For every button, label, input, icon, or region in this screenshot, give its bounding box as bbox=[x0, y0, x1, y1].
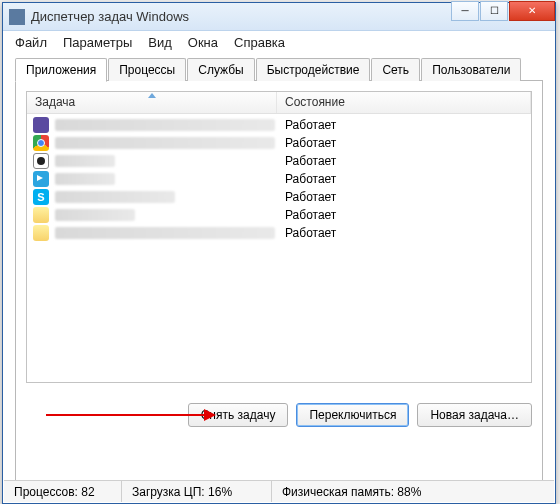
action-row: Снять задачу Переключиться Новая задача… bbox=[26, 403, 532, 427]
arrow-line bbox=[46, 414, 204, 416]
menu-bar: Файл Параметры Вид Окна Справка bbox=[3, 31, 555, 53]
task-name-blurred bbox=[55, 209, 135, 221]
tab-processes[interactable]: Процессы bbox=[108, 58, 186, 81]
menu-view[interactable]: Вид bbox=[140, 33, 180, 52]
status-processes: Процессов: 82 bbox=[4, 481, 122, 502]
status-memory: Физическая память: 88% bbox=[272, 481, 554, 502]
status-bar: Процессов: 82 Загрузка ЦП: 16% Физическа… bbox=[4, 480, 554, 502]
list-body[interactable]: Работает Работает Работает Работает bbox=[27, 114, 531, 382]
task-state: Работает bbox=[285, 154, 336, 168]
menu-file[interactable]: Файл bbox=[7, 33, 55, 52]
tab-applications[interactable]: Приложения bbox=[15, 58, 107, 82]
folder-icon bbox=[33, 207, 49, 223]
annotation-arrow bbox=[46, 408, 216, 422]
titlebar[interactable]: Диспетчер задач Windows ─ ☐ ✕ bbox=[3, 3, 555, 31]
task-list: Задача Состояние Работает Работает bbox=[26, 91, 532, 383]
app-icon bbox=[9, 9, 25, 25]
task-name-blurred bbox=[55, 173, 115, 185]
sort-indicator-icon bbox=[148, 93, 156, 98]
task-name-blurred bbox=[55, 227, 275, 239]
telegram-icon bbox=[33, 171, 49, 187]
tab-panel: Задача Состояние Работает Работает bbox=[15, 81, 543, 481]
menu-options[interactable]: Параметры bbox=[55, 33, 140, 52]
task-state: Работает bbox=[285, 226, 336, 240]
tab-performance[interactable]: Быстродействие bbox=[256, 58, 371, 81]
task-state: Работает bbox=[285, 190, 336, 204]
task-name-blurred bbox=[55, 137, 275, 149]
chrome-icon bbox=[33, 135, 49, 151]
column-state[interactable]: Состояние bbox=[277, 92, 531, 113]
table-row[interactable]: Работает bbox=[27, 224, 531, 242]
skype-icon: S bbox=[33, 189, 49, 205]
maximize-button[interactable]: ☐ bbox=[480, 1, 508, 21]
close-button[interactable]: ✕ bbox=[509, 1, 555, 21]
table-row[interactable]: S Работает bbox=[27, 188, 531, 206]
status-cpu: Загрузка ЦП: 16% bbox=[122, 481, 272, 502]
window-title: Диспетчер задач Windows bbox=[31, 9, 189, 24]
tab-users[interactable]: Пользователи bbox=[421, 58, 521, 81]
new-task-button[interactable]: Новая задача… bbox=[417, 403, 532, 427]
table-row[interactable]: Работает bbox=[27, 116, 531, 134]
task-state: Работает bbox=[285, 118, 336, 132]
table-row[interactable]: Работает bbox=[27, 206, 531, 224]
task-name-blurred bbox=[55, 119, 275, 131]
task-state: Работает bbox=[285, 172, 336, 186]
menu-windows[interactable]: Окна bbox=[180, 33, 226, 52]
tab-network[interactable]: Сеть bbox=[371, 58, 420, 81]
folder-icon bbox=[33, 225, 49, 241]
task-state: Работает bbox=[285, 208, 336, 222]
tab-services[interactable]: Службы bbox=[187, 58, 254, 81]
column-task[interactable]: Задача bbox=[27, 92, 277, 113]
list-header: Задача Состояние bbox=[27, 92, 531, 114]
table-row[interactable]: Работает bbox=[27, 152, 531, 170]
task-state: Работает bbox=[285, 136, 336, 150]
task-name-blurred bbox=[55, 155, 115, 167]
table-row[interactable]: Работает bbox=[27, 134, 531, 152]
app-icon bbox=[33, 117, 49, 133]
task-manager-window: Диспетчер задач Windows ─ ☐ ✕ Файл Парам… bbox=[2, 2, 556, 504]
table-row[interactable]: Работает bbox=[27, 170, 531, 188]
arrow-head-icon bbox=[204, 409, 216, 421]
task-name-blurred bbox=[55, 191, 175, 203]
menu-help[interactable]: Справка bbox=[226, 33, 293, 52]
tab-row: Приложения Процессы Службы Быстродействи… bbox=[15, 57, 543, 81]
app-icon bbox=[33, 153, 49, 169]
minimize-button[interactable]: ─ bbox=[451, 1, 479, 21]
column-state-label: Состояние bbox=[285, 95, 345, 109]
column-task-label: Задача bbox=[35, 95, 75, 109]
switch-to-button[interactable]: Переключиться bbox=[296, 403, 409, 427]
